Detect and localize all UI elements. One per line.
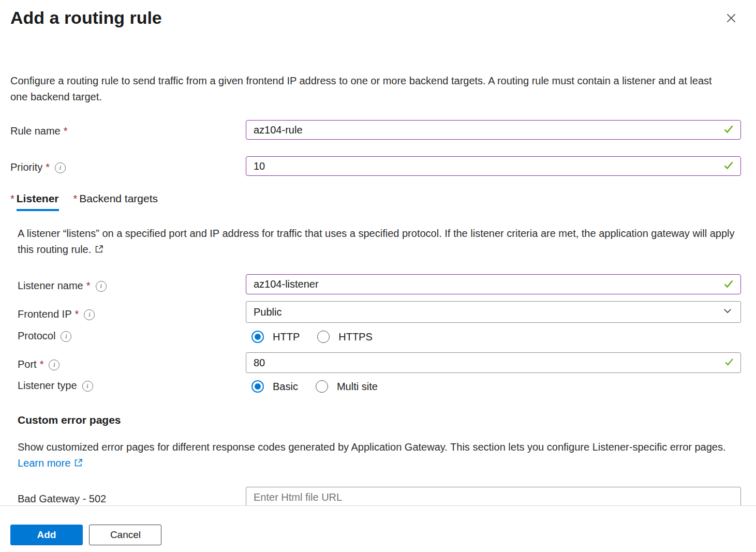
add-button[interactable]: Add [10,525,83,545]
radio-selected-icon [251,380,264,393]
dialog-footer: Add Cancel [0,505,756,552]
protocol-label: Protocol [18,330,55,342]
frontend-ip-label: Frontend IP [18,308,72,320]
rule-name-row: Rule name * [10,120,741,140]
port-label: Port [18,358,37,370]
dialog-header: Add a routing rule [10,0,741,29]
priority-label: Priority [10,161,42,173]
listener-name-info-icon[interactable]: i [96,281,107,292]
frontend-ip-info-icon[interactable]: i [84,309,95,320]
listener-type-radio-group: Basic Multi site [251,379,741,394]
protocol-info-icon[interactable]: i [61,331,71,342]
bad-gateway-row: Bad Gateway - 502 [18,487,741,505]
protocol-option-https[interactable]: HTTPS [317,331,373,343]
required-marker: * [64,125,68,137]
priority-info-icon[interactable]: i [55,162,66,173]
listener-type-label: Listener type [18,379,77,392]
priority-input[interactable] [246,156,741,176]
protocol-radio-group: HTTP HTTPS [251,329,741,345]
protocol-option-http[interactable]: HTTP [251,331,300,343]
external-link-icon [73,458,83,470]
required-marker: * [86,279,91,292]
page-title: Add a routing rule [10,6,162,29]
listener-description: A listener “listens” on a specified port… [18,226,739,258]
listener-type-option-basic[interactable]: Basic [251,380,298,393]
rule-name-input[interactable] [246,120,741,140]
port-row: Port * i [18,352,741,373]
frontend-ip-selected-value: Public [254,306,281,318]
required-marker: * [10,192,14,205]
intro-text: Configure a routing rule to send traffic… [10,73,714,105]
port-input[interactable] [246,352,741,373]
frontend-ip-row: Frontend IP * i Public [18,301,741,323]
tab-backend-targets[interactable]: * Backend targets [73,192,158,211]
chevron-down-icon [722,305,733,319]
listener-name-label: Listener name [18,279,83,292]
protocol-row: Protocol i HTTP HTTPS [18,329,741,345]
tab-listener[interactable]: * Listener [10,192,59,211]
bad-gateway-label: Bad Gateway - 502 [18,493,106,505]
radio-selected-icon [251,331,264,343]
external-link-icon[interactable] [94,245,104,256]
listener-name-input[interactable] [246,274,741,294]
listener-type-option-multi-site[interactable]: Multi site [316,380,378,393]
priority-row: Priority * i [10,156,741,176]
required-marker: * [46,161,50,173]
rule-name-label: Rule name [10,125,61,137]
listener-section: Listener name * i Frontend IP * [18,274,741,505]
dialog-content: Add a routing rule Configure a routing r… [0,0,756,505]
required-marker: * [40,358,44,370]
learn-more-link[interactable]: Learn more [18,457,83,469]
custom-error-pages-description: Show customized error pages for differen… [18,439,739,471]
listener-name-row: Listener name * i [18,274,741,294]
close-icon [724,19,738,26]
port-info-icon[interactable]: i [49,360,60,370]
tab-backend-targets-label: Backend targets [79,192,158,209]
radio-unselected-icon [317,331,330,343]
tab-bar: * Listener * Backend targets [10,192,741,211]
listener-type-row: Listener type i Basic Multi site [18,379,741,394]
listener-type-info-icon[interactable]: i [82,381,93,392]
frontend-ip-select[interactable]: Public [246,301,741,323]
close-button[interactable] [721,8,741,29]
required-marker: * [73,192,78,205]
required-marker: * [75,308,79,320]
custom-error-pages-heading: Custom error pages [18,413,741,427]
cancel-button[interactable]: Cancel [89,525,161,545]
radio-unselected-icon [316,380,328,393]
add-routing-rule-dialog: Add a routing rule Configure a routing r… [0,0,756,552]
tab-listener-label: Listener [17,192,59,211]
bad-gateway-url-input[interactable] [246,487,741,505]
